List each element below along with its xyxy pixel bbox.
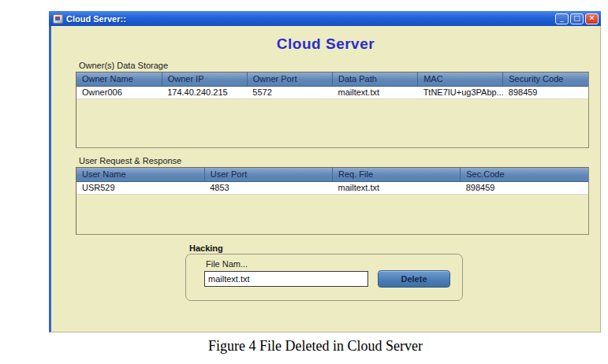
owners-col-owner-port[interactable]: Owner Port [247,72,332,86]
window-controls: _ □ ✕ [555,13,599,24]
file-name-label: File Nam... [206,259,248,269]
owner-name-cell: Owner006 [76,86,162,98]
page-title: Cloud Server [51,35,600,53]
delete-button[interactable]: Delete [378,270,450,288]
owners-col-security-code[interactable]: Security Code [503,72,588,86]
owners-col-mac[interactable]: MAC [418,72,503,86]
data-path-cell: mailtext.txt [332,86,417,98]
table-row[interactable]: USR529 4853 mailtext.txt 898459 [76,181,588,194]
file-name-input[interactable] [204,271,368,287]
owners-col-owner-ip[interactable]: Owner IP [162,72,247,86]
user-port-cell: 4853 [204,181,332,194]
window-title: Cloud Server:: [66,14,126,24]
maximize-button-icon[interactable]: □ [570,13,584,24]
java-app-icon [53,14,63,24]
users-section-label: User Request & Response [79,156,181,165]
users-col-req-file[interactable]: Req. File [333,168,461,181]
figure-caption: Figure 4 File Deleted in Cloud Server [24,338,607,355]
window-title-bar[interactable]: Cloud Server:: _ □ ✕ [49,11,601,26]
owner-ip-cell: 174.40.240.215 [162,86,247,98]
hacking-group-box: File Nam... Delete [185,254,463,301]
cloud-server-window: Cloud Server:: _ □ ✕ Cloud Server Owner(… [49,11,601,332]
close-glyph: ✕ [586,13,598,23]
users-col-user-port[interactable]: User Port [204,168,332,181]
users-table-header-row: User Name User Port Req. File Sec.Code [76,168,588,181]
screenshot-stage: Cloud Server:: _ □ ✕ Cloud Server Owner(… [0,0,608,364]
minimize-glyph: _ [556,13,568,23]
owner-port-cell: 5572 [247,86,332,98]
users-col-user-name[interactable]: User Name [76,168,204,181]
owners-col-owner-name[interactable]: Owner Name [76,72,162,86]
req-file-cell: mailtext.txt [333,181,461,194]
security-code-cell: 898459 [503,86,588,98]
user-name-cell: USR529 [76,181,204,194]
maximize-glyph: □ [571,13,583,23]
owners-table: Owner Name Owner IP Owner Port Data Path… [76,72,589,148]
users-table: User Name User Port Req. File Sec.Code U… [76,167,589,235]
minimize-button-icon[interactable]: _ [555,13,569,24]
table-row[interactable]: Owner006 174.40.240.215 5572 mailtext.tx… [76,86,588,98]
hacking-group-label: Hacking [189,243,223,253]
users-col-sec-code[interactable]: Sec.Code [461,168,588,181]
owners-col-data-path[interactable]: Data Path [332,72,417,86]
owners-table-header-row: Owner Name Owner IP Owner Port Data Path… [76,72,588,86]
owners-section-label: Owner(s) Data Storage [79,61,168,70]
close-button-icon[interactable]: ✕ [585,13,599,24]
window-body: Cloud Server Owner(s) Data Storage Owner… [49,26,601,332]
sec-code-cell: 898459 [461,181,588,194]
mac-cell: TtNE7IU+ug3PAbp... [418,86,503,98]
